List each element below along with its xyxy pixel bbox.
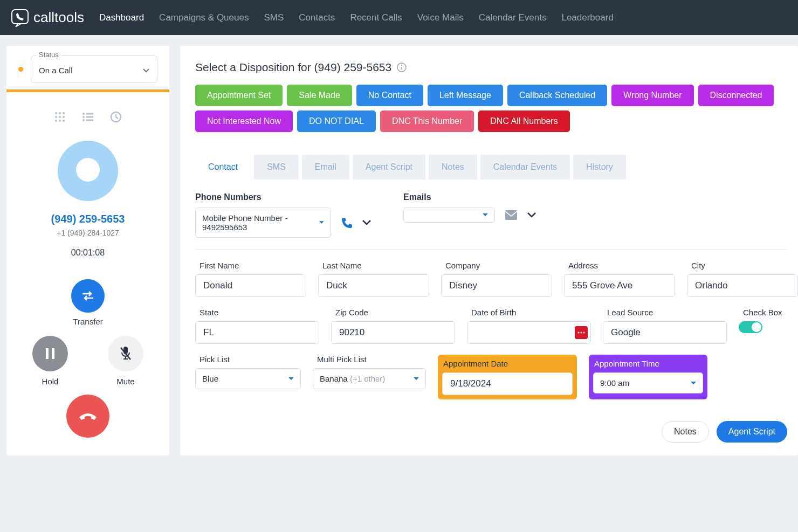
nav-contacts[interactable]: Contacts	[299, 12, 335, 23]
disposition-do-not-dial[interactable]: DO NOT DIAL	[297, 110, 376, 132]
lead-source-field[interactable]	[603, 321, 727, 344]
company-field[interactable]	[441, 274, 552, 297]
history-icon[interactable]	[109, 110, 122, 123]
status-select[interactable]: Status On a Call	[31, 56, 157, 83]
mute-label: Mute	[116, 377, 134, 386]
disposition-dnc-all-numbers[interactable]: DNC All Numbers	[478, 110, 569, 132]
svg-rect-15	[86, 120, 93, 121]
divider	[195, 250, 787, 250]
status-dot-icon	[18, 67, 23, 72]
call-sidebar: Status On a Call (949) 259-5653 +1 (949)…	[6, 46, 169, 455]
date-picker-icon[interactable]	[575, 326, 588, 339]
svg-rect-22	[505, 210, 517, 220]
logo-icon	[11, 9, 29, 27]
svg-rect-11	[86, 113, 93, 115]
dob-field[interactable]	[467, 321, 591, 344]
nav-recent-calls[interactable]: Recent Calls	[350, 12, 402, 23]
hold-button[interactable]	[32, 336, 68, 371]
agent-script-button[interactable]: Agent Script	[717, 421, 787, 443]
svg-rect-13	[86, 116, 93, 118]
notes-button[interactable]: Notes	[662, 421, 709, 443]
multi-pick-select[interactable]: Banana (+1 other)	[313, 368, 426, 389]
first-name-field[interactable]	[195, 274, 306, 297]
disposition-sale-made[interactable]: Sale Made	[287, 85, 352, 106]
mic-off-icon	[119, 346, 132, 361]
nav-voice-mails[interactable]: Voice Mails	[417, 12, 464, 23]
nav-leaderboard[interactable]: Leaderboard	[561, 12, 613, 23]
hangup-button[interactable]	[66, 395, 109, 438]
disposition-no-contact[interactable]: No Contact	[356, 85, 423, 106]
info-icon[interactable]	[397, 63, 407, 72]
state-field[interactable]	[195, 321, 319, 344]
nav-dashboard[interactable]: Dashboard	[99, 12, 144, 23]
last-name-field[interactable]	[318, 274, 429, 297]
chevron-down-icon	[483, 213, 488, 217]
tab-agent-script[interactable]: Agent Script	[353, 155, 425, 179]
phone-numbers-label: Phone Numbers	[195, 192, 371, 202]
disposition-callback-scheduled[interactable]: Callback Scheduled	[507, 85, 607, 106]
phone-call-icon[interactable]	[341, 217, 353, 229]
chevron-down-icon[interactable]	[362, 220, 371, 225]
logo: calltools	[11, 9, 84, 27]
hangup-icon	[77, 411, 99, 422]
phone-number-select[interactable]: Mobile Phone Number - 9492595653	[195, 208, 331, 238]
nav-sms[interactable]: SMS	[264, 12, 284, 23]
checkbox-toggle[interactable]	[739, 321, 762, 333]
list-icon[interactable]	[81, 110, 94, 123]
svg-point-4	[55, 116, 57, 118]
appointment-time-select[interactable]: 9:00 am	[593, 372, 703, 393]
disposition-wrong-number[interactable]: Wrong Number	[611, 85, 693, 106]
transfer-label: Transfer	[6, 317, 169, 326]
chevron-down-icon	[691, 382, 696, 385]
disposition-title: Select a Disposition for (949) 259-5653	[195, 61, 798, 74]
disposition-appointment-set[interactable]: Appointment Set	[195, 85, 283, 106]
chevron-down-icon	[319, 221, 324, 224]
svg-point-9	[63, 120, 65, 122]
svg-point-10	[82, 113, 85, 115]
dialpad-icon[interactable]	[53, 110, 66, 123]
zip-field[interactable]	[331, 321, 455, 344]
svg-point-7	[55, 120, 57, 122]
pick-list-select[interactable]: Blue	[195, 368, 301, 389]
main-panel: Select a Disposition for (949) 259-5653 …	[180, 46, 798, 455]
svg-rect-0	[12, 10, 28, 24]
svg-point-25	[583, 332, 585, 334]
hold-label: Hold	[42, 377, 59, 386]
svg-point-24	[581, 332, 582, 334]
primary-phone[interactable]: (949) 259-5653	[6, 213, 169, 225]
nav-calendar-events[interactable]: Calendar Events	[479, 12, 547, 23]
city-field[interactable]	[687, 274, 798, 297]
appointment-date-field[interactable]	[442, 372, 573, 395]
tab-email[interactable]: Email	[302, 155, 349, 179]
disposition-dnc-this-number[interactable]: DNC This Number	[380, 110, 474, 132]
chevron-down-icon	[414, 377, 419, 381]
secondary-phone: +1 (949) 284-1027	[6, 229, 169, 237]
emails-label: Emails	[403, 192, 536, 202]
tab-history[interactable]: History	[573, 155, 626, 179]
avatar	[58, 141, 118, 201]
address-field[interactable]	[564, 274, 675, 297]
svg-point-23	[578, 332, 580, 334]
chevron-down-icon	[288, 377, 294, 381]
disposition-left-message[interactable]: Left Message	[428, 85, 503, 106]
svg-point-12	[82, 116, 85, 118]
tab-contact[interactable]: Contact	[195, 155, 251, 179]
disposition-disconnected[interactable]: Disconnected	[698, 85, 774, 106]
tab-sms[interactable]: SMS	[254, 155, 299, 179]
tab-calendar-events[interactable]: Calendar Events	[480, 155, 570, 179]
call-timer: 00:01:08	[6, 248, 169, 258]
mute-button[interactable]	[108, 336, 143, 371]
svg-point-1	[55, 112, 57, 114]
svg-point-6	[63, 116, 65, 118]
transfer-button[interactable]	[71, 279, 105, 313]
tab-notes[interactable]: Notes	[429, 155, 477, 179]
nav-campaigns-queues[interactable]: Campaigns & Queues	[159, 12, 249, 23]
svg-point-8	[59, 120, 61, 122]
svg-rect-17	[46, 348, 49, 359]
email-select[interactable]	[403, 208, 495, 223]
disposition-not-interested-now[interactable]: Not Interested Now	[195, 110, 293, 132]
top-nav: calltools DashboardCampaigns & QueuesSMS…	[0, 0, 798, 35]
email-icon[interactable]	[505, 210, 518, 220]
chevron-down-icon[interactable]	[527, 212, 536, 218]
svg-point-3	[63, 112, 65, 114]
